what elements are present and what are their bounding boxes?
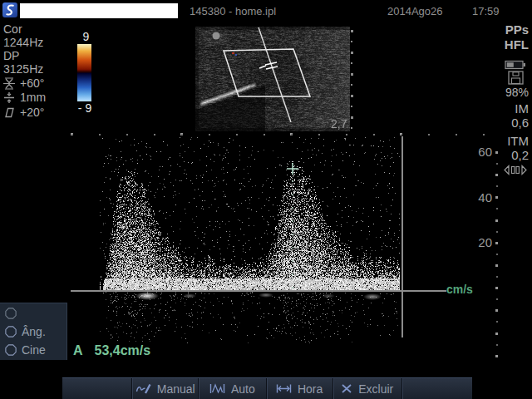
preset-label: PPs	[505, 22, 529, 37]
mi-value: 0,6	[511, 116, 529, 130]
tis-label: ITM	[507, 134, 529, 148]
steer-angle-icon	[2, 106, 17, 119]
velocity-tick-20: 20	[462, 235, 492, 249]
softkey-item-angle[interactable]: Âng.	[5, 323, 63, 340]
patient-name-redacted	[20, 3, 178, 18]
mode-color-label: Cor	[3, 22, 22, 36]
softkey-item-cine[interactable]: Cine	[5, 342, 63, 358]
bmode-thumbnail[interactable]	[195, 27, 355, 131]
colorbar-max-label: 9	[79, 30, 93, 43]
delete-button[interactable]: Excluir	[332, 378, 401, 399]
vendor-logo-icon	[2, 2, 17, 17]
gate-size-value: 1mm	[20, 91, 46, 104]
knob-icon	[5, 344, 17, 356]
time-axis-minor-ticks	[71, 134, 500, 135]
velocity-axis-minor-ticks	[496, 163, 498, 356]
angle-correct-icon	[2, 77, 17, 90]
time-button-label: Hora	[298, 382, 323, 396]
bottom-toolbar: Manual Auto Hora Excluir	[62, 377, 472, 399]
measurement-value: 53,4cm/s	[95, 343, 151, 358]
mode-doppler-label: DP	[3, 49, 19, 62]
spectral-display[interactable]	[100, 137, 400, 343]
softkey-item-blank[interactable]	[5, 305, 63, 322]
battery-level: 98%	[505, 86, 529, 99]
manual-trace-icon	[135, 382, 151, 395]
transducer-label: HFL	[505, 37, 529, 52]
knob-icon	[5, 326, 17, 337]
softkey-label: Cine	[22, 343, 46, 357]
auto-button[interactable]: Auto	[198, 378, 265, 399]
mi-label: IM	[515, 101, 529, 116]
colorbar-min-label: - 9	[73, 101, 96, 115]
angle-correct-row: +60°	[2, 76, 44, 90]
angle-correct-value: +60°	[20, 76, 44, 90]
velocity-tick-40: 40	[462, 190, 492, 204]
sweep-edge-line	[401, 136, 403, 337]
softkey-label: Âng.	[22, 325, 46, 338]
delete-button-label: Excluir	[358, 382, 393, 396]
doppler-frequency: 3125Hz	[3, 62, 43, 76]
doppler-colorbar	[77, 44, 91, 101]
exam-time: 17:59	[472, 5, 500, 17]
exam-title: 145380 - home.ipl	[190, 5, 276, 17]
manual-button-label: Manual	[157, 382, 195, 396]
gate-size-icon	[2, 91, 17, 104]
auto-button-label: Auto	[231, 382, 255, 396]
softkey-menu: Âng. Cine	[0, 303, 67, 360]
tis-value: 0,2	[511, 148, 529, 162]
steer-angle-row: +20°	[2, 106, 44, 119]
exam-date: 2014Ago26	[387, 5, 443, 17]
velocity-unit-label: cm/s	[446, 283, 473, 296]
ultrasound-screen: 145380 - home.ipl 2014Ago26 17:59 Cor 12…	[0, 0, 532, 399]
steer-angle-value: +20°	[20, 106, 44, 119]
toolbar-spacer-left	[62, 378, 131, 399]
manual-button[interactable]: Manual	[131, 378, 198, 399]
cine-frames-icon[interactable]	[503, 164, 528, 179]
toolbar-spacer-right	[401, 378, 472, 399]
measurement-result: A 53,4cm/s	[73, 343, 150, 358]
gate-size-row: 1mm	[2, 91, 46, 104]
color-frequency: 1244Hz	[3, 36, 43, 49]
velocity-tick-60: 60	[462, 145, 492, 159]
time-button[interactable]: Hora	[266, 378, 332, 399]
measurement-prefix: A	[73, 343, 83, 358]
depth-label: 2,7	[331, 117, 347, 131]
delete-x-icon	[341, 383, 352, 394]
knob-icon	[5, 308, 17, 319]
doppler-baseline	[71, 290, 446, 292]
auto-trace-icon	[209, 382, 225, 395]
time-marker-icon	[276, 383, 292, 394]
